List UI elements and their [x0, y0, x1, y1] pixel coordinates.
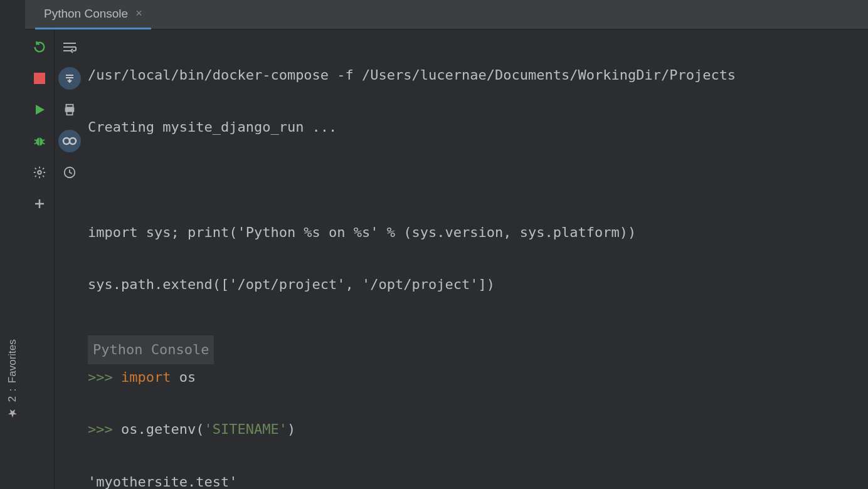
- run-button[interactable]: [31, 101, 48, 118]
- console-line: Creating mysite_django_run ...: [88, 114, 868, 140]
- left-toolbar: [25, 29, 55, 489]
- svg-rect-0: [34, 73, 45, 84]
- new-console-button[interactable]: [31, 195, 48, 213]
- console-line: 'myothersite.test': [88, 469, 868, 489]
- soft-wrap-button[interactable]: [61, 38, 78, 56]
- settings-button[interactable]: [31, 164, 48, 181]
- rerun-button[interactable]: [31, 38, 48, 56]
- print-button[interactable]: [61, 101, 78, 118]
- favorites-label: Favorites: [6, 339, 19, 383]
- stop-button[interactable]: [31, 70, 48, 87]
- console-line: import sys; print('Python %s on %s' % (s…: [88, 219, 868, 246]
- console-line: [88, 167, 868, 193]
- tab-python-console[interactable]: Python Console ×: [35, 0, 151, 29]
- svg-point-19: [70, 138, 76, 144]
- scroll-to-end-button[interactable]: [58, 67, 81, 90]
- console-line: /usr/local/bin/docker-compose -f /Users/…: [88, 62, 868, 88]
- console-line: sys.path.extend(['/opt/project', '/opt/p…: [88, 271, 868, 298]
- console-line: >>> import os: [88, 364, 868, 391]
- close-icon[interactable]: ×: [135, 7, 142, 20]
- show-variables-button[interactable]: [58, 130, 81, 152]
- console-toolbar: [55, 29, 84, 489]
- svg-line-5: [34, 143, 37, 144]
- history-button[interactable]: [61, 164, 78, 181]
- console-line: >>> os.getenv('SITENAME'): [88, 416, 868, 443]
- favorites-number: 2: [6, 396, 19, 402]
- svg-line-6: [43, 143, 45, 144]
- svg-line-3: [34, 140, 37, 140]
- svg-point-18: [63, 138, 70, 144]
- tab-bar: Python Console ×: [25, 0, 868, 29]
- console-output[interactable]: /usr/local/bin/docker-compose -f /Users/…: [84, 29, 868, 489]
- svg-line-4: [43, 140, 45, 140]
- favorites-tab[interactable]: ★ 2: Favorites: [3, 333, 22, 426]
- star-icon: ★: [6, 407, 19, 420]
- debug-button[interactable]: [31, 132, 48, 150]
- left-gutter: ★ 2: Favorites: [0, 0, 25, 489]
- svg-rect-15: [66, 105, 73, 108]
- svg-point-7: [38, 171, 41, 174]
- console-label: Python Console: [88, 335, 214, 364]
